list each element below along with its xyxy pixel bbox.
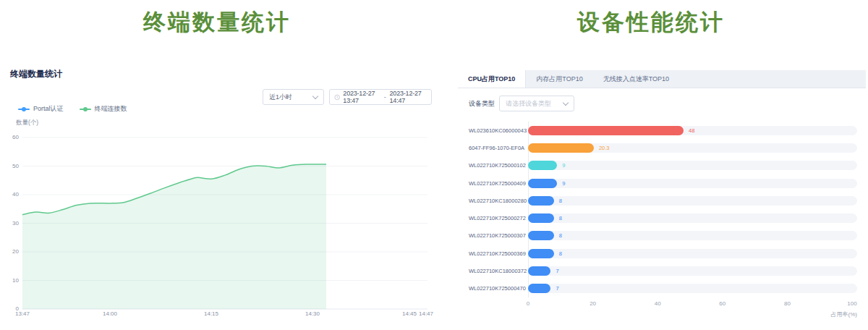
- bar-value: 8: [559, 231, 562, 240]
- bar-track: 7: [528, 266, 857, 276]
- bar: [528, 196, 554, 206]
- bar-value: 48: [689, 126, 694, 135]
- bar-row: WL022710K7250003698: [469, 245, 857, 262]
- bar-track: 7: [528, 284, 857, 293]
- device-performance-panel: 设备性能统计 CPU占用TOP10内存占用TOP10无线接入点速率TOP10 设…: [434, 0, 868, 330]
- bar-x-tick-label: 40: [647, 300, 668, 307]
- y-tick-label: 60: [3, 134, 19, 140]
- bar: [528, 179, 557, 188]
- dashboard: 终端数量统计 终端数量统计 近1小时 2023-12-27 13:47 - 20…: [0, 0, 868, 330]
- bar-track: 9: [528, 179, 857, 188]
- device-type-label: 设备类型: [469, 99, 495, 109]
- bar-value: 8: [559, 196, 562, 206]
- bar-value: 9: [562, 179, 565, 188]
- device-label: WL022710K725000369: [469, 250, 522, 257]
- chevron-down-icon: [563, 99, 569, 105]
- bar-x-tick-label: 100: [841, 300, 863, 307]
- bar-value: 9: [562, 161, 565, 170]
- bar-value: 8: [559, 213, 562, 223]
- y-tick-label: 10: [3, 277, 19, 284]
- bar-track: 8: [528, 196, 857, 206]
- bar-track: 9: [528, 161, 857, 170]
- bar-x-tick-label: 0: [517, 300, 539, 307]
- device-label: WL022710KC18000372: [469, 268, 522, 274]
- device-type-select[interactable]: 请选择设备类型: [499, 96, 574, 111]
- cpu-top10-chart: WL023610KC06000043486047-FF96-1070-EF0A2…: [469, 122, 857, 297]
- device-label: WL022710KC18000280: [469, 198, 522, 204]
- bar-row: WL022710KC180002808: [469, 192, 857, 209]
- device-label: WL023610KC06000043: [469, 127, 522, 134]
- tab-0[interactable]: CPU占用TOP10: [458, 70, 526, 88]
- bar-track: 8: [528, 249, 857, 258]
- bar-track: 20.3: [528, 143, 857, 153]
- tab-1[interactable]: 内存占用TOP10: [526, 70, 592, 88]
- x-tick-label: 14:15: [199, 310, 224, 317]
- bar-row: WL022710K7250004707: [469, 280, 857, 297]
- device-type-placeholder: 请选择设备类型: [506, 99, 551, 109]
- x-tick-label: 14:00: [98, 310, 122, 317]
- bar-value: 7: [556, 266, 558, 276]
- bar-value: 7: [556, 284, 558, 293]
- bar-row: WL022710K7250003078: [469, 227, 857, 245]
- device-label: WL022710K725000470: [469, 285, 522, 292]
- device-label: WL022710K725000307: [469, 232, 522, 239]
- bar: [528, 231, 554, 240]
- bar-row: 6047-FF96-1070-EF0A20.3: [469, 139, 857, 156]
- bar: [528, 266, 550, 276]
- terminal-count-panel: 终端数量统计 终端数量统计 近1小时 2023-12-27 13:47 - 20…: [0, 0, 434, 330]
- y-tick-label: 50: [3, 163, 19, 169]
- bar: [528, 143, 594, 153]
- bar: [528, 213, 554, 223]
- bar-x-axis-unit: 占用率(%): [831, 310, 857, 318]
- right-page-title: 设备性能统计: [434, 7, 868, 38]
- bar: [528, 284, 550, 293]
- x-tick-label: 13:47: [10, 310, 35, 317]
- bar-row: WL022710K7250001029: [469, 157, 857, 174]
- x-tick-label: 14:30: [300, 310, 325, 317]
- bar-track: 8: [528, 213, 857, 223]
- device-label: WL022710K725000272: [469, 215, 522, 221]
- bar-track: 48: [528, 126, 857, 135]
- bar-row: WL022710K7250002728: [469, 209, 857, 227]
- y-tick-label: 30: [3, 220, 19, 227]
- tab-2[interactable]: 无线接入点速率TOP10: [593, 70, 679, 88]
- bar-value: 20.3: [599, 143, 610, 153]
- y-tick-label: 40: [3, 191, 19, 198]
- device-label: WL022710K725000409: [469, 180, 522, 187]
- bar-row: WL022710K7250004099: [469, 174, 857, 192]
- bar-x-tick-label: 80: [776, 300, 798, 307]
- bar-x-tick-label: 20: [582, 300, 604, 307]
- bar-x-tick-label: 60: [712, 300, 733, 307]
- tab-bar: CPU占用TOP10内存占用TOP10无线接入点速率TOP10: [458, 70, 866, 88]
- bar-row: WL022710KC180003727: [469, 262, 857, 279]
- bar-track: 8: [528, 231, 857, 240]
- device-label: WL022710K725000102: [469, 162, 522, 169]
- bar: [528, 249, 554, 258]
- terminal-count-chart: [0, 0, 434, 330]
- device-label: 6047-FF96-1070-EF0A: [469, 145, 522, 151]
- y-tick-label: 20: [3, 248, 19, 255]
- bar: [528, 126, 684, 135]
- bar-value: 8: [559, 249, 562, 258]
- bar: [528, 161, 557, 170]
- bar-row: WL023610KC0600004348: [469, 122, 857, 139]
